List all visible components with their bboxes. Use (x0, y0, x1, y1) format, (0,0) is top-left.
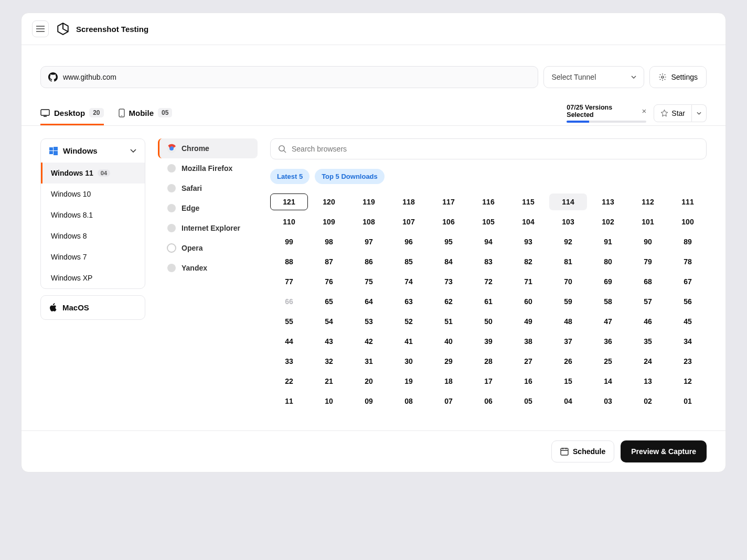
os-item[interactable]: Windows 8.1 (41, 204, 145, 225)
version-cell[interactable]: 51 (430, 313, 467, 330)
version-cell[interactable]: 25 (589, 353, 627, 370)
version-cell[interactable]: 118 (390, 193, 428, 210)
version-cell[interactable]: 23 (669, 353, 707, 370)
version-cell[interactable]: 57 (629, 293, 667, 310)
version-cell[interactable]: 110 (270, 213, 308, 230)
version-cell[interactable]: 28 (469, 353, 507, 370)
version-cell[interactable]: 22 (270, 373, 308, 390)
version-cell[interactable]: 04 (549, 393, 587, 410)
version-cell[interactable]: 74 (390, 273, 428, 290)
url-input-wrap[interactable] (40, 66, 538, 88)
version-cell[interactable]: 37 (549, 333, 587, 350)
version-cell[interactable]: 26 (549, 353, 587, 370)
version-cell[interactable]: 46 (629, 313, 667, 330)
version-cell[interactable]: 21 (310, 373, 348, 390)
browser-item[interactable]: Mozilla Firefox (158, 158, 258, 178)
version-cell[interactable]: 76 (310, 273, 348, 290)
version-cell[interactable]: 107 (390, 213, 428, 230)
version-cell[interactable]: 44 (270, 333, 308, 350)
version-cell[interactable]: 50 (469, 313, 507, 330)
version-cell[interactable]: 84 (430, 253, 467, 270)
version-cell[interactable]: 117 (430, 193, 467, 210)
version-cell[interactable]: 14 (589, 373, 627, 390)
version-cell[interactable]: 59 (549, 293, 587, 310)
version-cell[interactable]: 64 (350, 293, 388, 310)
version-cell[interactable]: 30 (390, 353, 428, 370)
pill-latest-5[interactable]: Latest 5 (270, 169, 310, 184)
clear-versions-button[interactable]: × (642, 107, 647, 115)
os-header-windows[interactable]: Windows (41, 139, 145, 163)
menu-button[interactable] (32, 20, 49, 37)
version-cell[interactable]: 56 (669, 293, 707, 310)
version-cell[interactable]: 102 (589, 213, 627, 230)
version-cell[interactable]: 45 (669, 313, 707, 330)
browser-item[interactable]: Yandex (158, 258, 258, 278)
version-cell[interactable]: 18 (430, 373, 467, 390)
version-cell[interactable]: 71 (509, 273, 547, 290)
version-cell[interactable]: 32 (310, 353, 348, 370)
tab-desktop[interactable]: Desktop 20 (40, 101, 104, 125)
star-button[interactable]: Star (654, 104, 692, 122)
os-item[interactable]: Windows XP (41, 267, 145, 288)
browser-item[interactable]: Internet Explorer (158, 218, 258, 238)
version-cell[interactable]: 111 (669, 193, 707, 210)
version-cell[interactable]: 78 (669, 253, 707, 270)
version-cell[interactable]: 93 (509, 233, 547, 250)
version-cell[interactable]: 70 (549, 273, 587, 290)
version-cell[interactable]: 16 (509, 373, 547, 390)
version-cell[interactable]: 79 (629, 253, 667, 270)
version-cell[interactable]: 88 (270, 253, 308, 270)
version-cell[interactable]: 19 (390, 373, 428, 390)
version-cell[interactable]: 41 (390, 333, 428, 350)
version-cell[interactable]: 106 (430, 213, 467, 230)
version-cell[interactable]: 96 (390, 233, 428, 250)
version-cell[interactable]: 40 (430, 333, 467, 350)
pill-top-5-downloads[interactable]: Top 5 Downloads (315, 169, 385, 184)
version-cell[interactable]: 20 (350, 373, 388, 390)
version-cell[interactable]: 72 (469, 273, 507, 290)
search-browsers-wrap[interactable] (270, 138, 707, 159)
version-cell[interactable]: 58 (589, 293, 627, 310)
version-cell[interactable]: 119 (350, 193, 388, 210)
os-item[interactable]: Windows 1104 (41, 163, 145, 184)
version-cell[interactable]: 43 (310, 333, 348, 350)
version-cell[interactable]: 34 (669, 333, 707, 350)
browser-item[interactable]: Chrome (158, 138, 258, 158)
version-cell[interactable]: 120 (310, 193, 348, 210)
version-cell[interactable]: 33 (270, 353, 308, 370)
os-item[interactable]: Windows 10 (41, 184, 145, 204)
os-header-macos[interactable]: MacOS (41, 296, 145, 319)
version-cell[interactable]: 89 (669, 233, 707, 250)
version-cell[interactable]: 87 (310, 253, 348, 270)
version-cell[interactable]: 99 (270, 233, 308, 250)
version-cell[interactable]: 60 (509, 293, 547, 310)
version-cell[interactable]: 12 (669, 373, 707, 390)
version-cell[interactable]: 36 (589, 333, 627, 350)
preview-capture-button[interactable]: Preview & Capture (621, 440, 707, 462)
os-item[interactable]: Windows 7 (41, 246, 145, 267)
version-cell[interactable]: 65 (310, 293, 348, 310)
version-cell[interactable]: 29 (430, 353, 467, 370)
star-dropdown-button[interactable] (692, 104, 707, 122)
browser-item[interactable]: Edge (158, 198, 258, 218)
version-cell[interactable]: 09 (350, 393, 388, 410)
version-cell[interactable]: 80 (589, 253, 627, 270)
version-cell[interactable]: 116 (469, 193, 507, 210)
schedule-button[interactable]: Schedule (551, 440, 614, 462)
version-cell[interactable]: 39 (469, 333, 507, 350)
version-cell[interactable]: 83 (469, 253, 507, 270)
version-cell[interactable]: 55 (270, 313, 308, 330)
version-cell[interactable]: 112 (629, 193, 667, 210)
version-cell[interactable]: 10 (310, 393, 348, 410)
tab-mobile[interactable]: Mobile 05 (119, 101, 173, 125)
version-cell[interactable]: 05 (509, 393, 547, 410)
version-cell[interactable]: 35 (629, 333, 667, 350)
version-cell[interactable]: 90 (629, 233, 667, 250)
url-input[interactable] (63, 73, 530, 81)
version-cell[interactable]: 92 (549, 233, 587, 250)
version-cell[interactable]: 105 (469, 213, 507, 230)
version-cell[interactable]: 94 (469, 233, 507, 250)
version-cell[interactable]: 115 (509, 193, 547, 210)
version-cell[interactable]: 114 (549, 193, 587, 210)
version-cell[interactable]: 01 (669, 393, 707, 410)
